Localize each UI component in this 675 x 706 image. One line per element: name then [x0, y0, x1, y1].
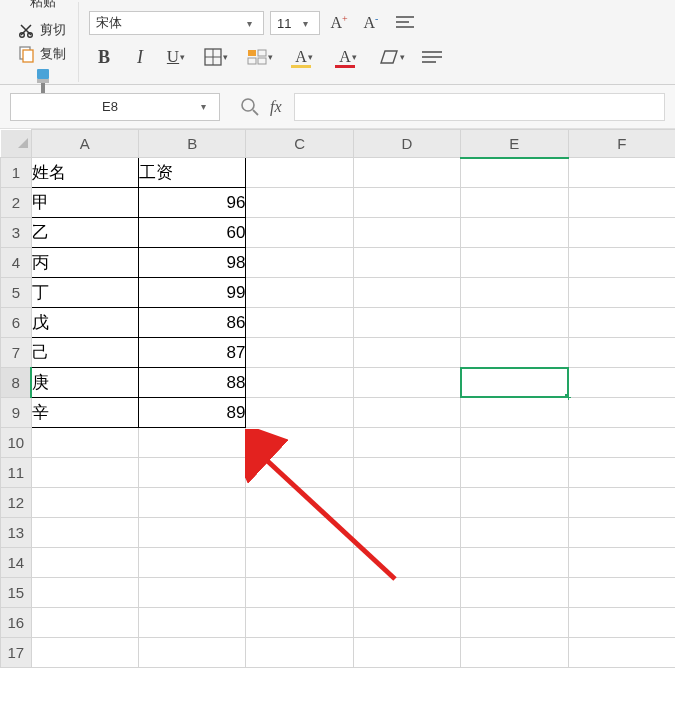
fill-color-button[interactable]: A ▾ [287, 44, 321, 70]
row-header-10[interactable]: 10 [1, 428, 32, 458]
cell[interactable] [461, 428, 568, 458]
row-header-1[interactable]: 1 [1, 158, 32, 188]
align-button[interactable] [390, 10, 420, 36]
cell-C1[interactable] [246, 158, 353, 188]
cell[interactable] [139, 518, 246, 548]
cell[interactable] [461, 188, 568, 218]
cell[interactable] [353, 638, 460, 668]
clear-format-button[interactable]: ▾ [375, 44, 409, 70]
cell[interactable] [568, 308, 675, 338]
cell[interactable] [139, 458, 246, 488]
cell[interactable] [461, 608, 568, 638]
increase-font-button[interactable]: A+ [326, 10, 352, 36]
cell[interactable] [461, 458, 568, 488]
row-header-11[interactable]: 11 [1, 458, 32, 488]
copy-button[interactable]: 复制 [18, 45, 68, 63]
cell-E8-selected[interactable] [461, 368, 568, 398]
cell[interactable] [353, 308, 460, 338]
cell[interactable] [139, 638, 246, 668]
cell-B4[interactable]: 98 [139, 248, 246, 278]
cell[interactable] [568, 548, 675, 578]
col-header-D[interactable]: D [353, 130, 460, 158]
cell[interactable] [568, 218, 675, 248]
cell-A7[interactable]: 己 [31, 338, 138, 368]
cell-A3[interactable]: 乙 [31, 218, 138, 248]
cell[interactable] [353, 608, 460, 638]
cell[interactable] [353, 368, 460, 398]
font-size-select[interactable]: 11 ▾ [270, 11, 320, 35]
worksheet-grid[interactable]: A B C D E F 1 姓名 工资 2 甲 96 [0, 129, 675, 668]
cell[interactable] [353, 518, 460, 548]
cell[interactable] [461, 548, 568, 578]
cell[interactable] [461, 488, 568, 518]
row-header-3[interactable]: 3 [1, 218, 32, 248]
underline-button[interactable]: U ▾ [163, 44, 189, 70]
cell[interactable] [246, 548, 353, 578]
cell[interactable] [31, 608, 138, 638]
cell[interactable] [246, 608, 353, 638]
cell-D1[interactable] [353, 158, 460, 188]
cell[interactable] [461, 248, 568, 278]
cell[interactable] [353, 548, 460, 578]
cell[interactable] [246, 398, 353, 428]
cell[interactable] [461, 278, 568, 308]
cell[interactable] [353, 338, 460, 368]
cell[interactable] [353, 428, 460, 458]
bold-button[interactable]: B [91, 44, 117, 70]
cell-B9[interactable]: 89 [139, 398, 246, 428]
cell[interactable] [246, 218, 353, 248]
cell[interactable] [31, 458, 138, 488]
cell-A1[interactable]: 姓名 [31, 158, 138, 188]
cell-A2[interactable]: 甲 [31, 188, 138, 218]
cell-E1[interactable] [461, 158, 568, 188]
cell-B2[interactable]: 96 [139, 188, 246, 218]
cell[interactable] [353, 188, 460, 218]
cell[interactable] [246, 638, 353, 668]
cell[interactable] [461, 638, 568, 668]
more-align-button[interactable] [419, 44, 445, 70]
cell[interactable] [353, 218, 460, 248]
cell[interactable] [139, 428, 246, 458]
cut-button[interactable]: 剪切 [18, 21, 68, 39]
decrease-font-button[interactable]: A- [358, 10, 384, 36]
cell[interactable] [461, 308, 568, 338]
cell[interactable] [353, 398, 460, 428]
zoom-icon[interactable] [240, 97, 260, 117]
cell[interactable] [31, 578, 138, 608]
cell[interactable] [461, 518, 568, 548]
cell[interactable] [568, 518, 675, 548]
cell[interactable] [568, 278, 675, 308]
cell[interactable] [246, 278, 353, 308]
cell-A8[interactable]: 庚 [31, 368, 138, 398]
cell[interactable] [31, 638, 138, 668]
cell[interactable] [568, 338, 675, 368]
cell[interactable] [461, 398, 568, 428]
row-header-4[interactable]: 4 [1, 248, 32, 278]
cell[interactable] [246, 338, 353, 368]
cell[interactable] [568, 368, 675, 398]
cell[interactable] [353, 458, 460, 488]
cell[interactable] [246, 458, 353, 488]
cell[interactable] [246, 248, 353, 278]
cell[interactable] [246, 578, 353, 608]
cell-A5[interactable]: 丁 [31, 278, 138, 308]
row-header-6[interactable]: 6 [1, 308, 32, 338]
cell[interactable] [353, 488, 460, 518]
cell[interactable] [461, 338, 568, 368]
row-header-15[interactable]: 15 [1, 578, 32, 608]
row-header-14[interactable]: 14 [1, 548, 32, 578]
cell[interactable] [246, 188, 353, 218]
cell[interactable] [246, 488, 353, 518]
cell[interactable] [246, 518, 353, 548]
cell[interactable] [246, 368, 353, 398]
cell-style-button[interactable]: ▾ [243, 44, 277, 70]
cell-B3[interactable]: 60 [139, 218, 246, 248]
row-header-13[interactable]: 13 [1, 518, 32, 548]
cell[interactable] [353, 248, 460, 278]
cell[interactable] [568, 578, 675, 608]
cell[interactable] [139, 608, 246, 638]
cell-B7[interactable]: 87 [139, 338, 246, 368]
cell-B6[interactable]: 86 [139, 308, 246, 338]
cell[interactable] [568, 188, 675, 218]
cell-A4[interactable]: 丙 [31, 248, 138, 278]
